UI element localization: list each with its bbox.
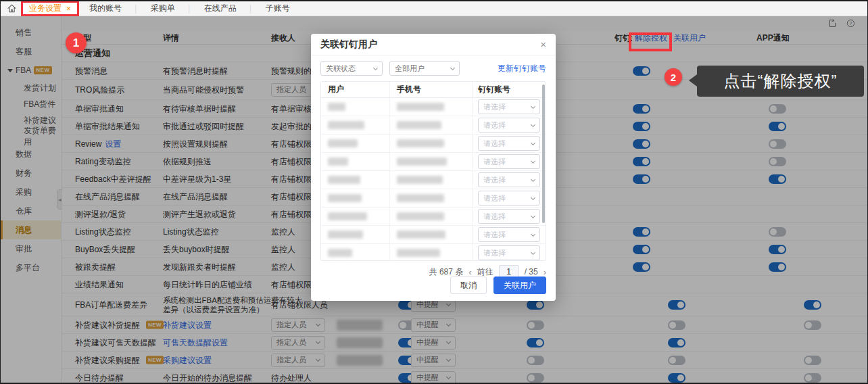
dingtalk-account-select[interactable]: 请选择 [478,154,540,169]
all-users-select[interactable]: 全部用户 [389,61,460,76]
redacted-phone [397,194,444,202]
dingtalk-account-cell: 请选择 [473,208,546,225]
dingtalk-account-select[interactable]: 请选择 [478,118,540,133]
redacted-user-name [328,121,364,129]
dingtalk-account-cell: 请选择 [473,189,546,207]
phone-cell [390,153,473,170]
app-surface: 业务设置 × 我的账号│采购单│在线产品│子账号 ? 销售客服FBANEW发货计… [1,1,867,383]
redacted-user-name [328,139,358,147]
redacted-phone [397,158,447,166]
modal-footer: 取消 关联用户 [450,277,546,294]
select-value: 请选择 [483,212,506,222]
dingtalk-account-select[interactable]: 请选择 [478,99,540,114]
modal-filters: 关联状态 全部用户 更新钉钉账号 [311,55,556,76]
user-cell [321,153,390,170]
phone-cell [390,98,473,116]
redacted-phone [397,139,444,147]
link-status-select[interactable]: 关联状态 [320,61,383,76]
nav-item-3[interactable]: 在线产品 [204,3,237,14]
home-icon[interactable] [7,4,16,13]
nav-separator: │ [249,5,254,13]
phone-cell [390,208,473,225]
select-value: 请选择 [483,139,506,149]
dingtalk-account-select[interactable]: 请选择 [478,227,540,242]
total-count: 共 687 条 [429,266,464,278]
redacted-user-name [328,176,360,184]
close-icon[interactable]: × [66,4,71,14]
col-dingtalk-account: 钉钉账号 [473,82,546,97]
dingtalk-user-modal: 关联钉钉用户 × 关联状态 全部用户 更新钉钉账号 用户 手机号 钉钉账号 请选… [311,34,556,301]
user-cell [321,116,390,134]
redacted-phone [397,176,443,184]
col-phone: 手机号 [390,82,473,97]
redacted-user-name [328,194,362,202]
user-cell [321,171,390,189]
modal-user-row: 请选择 [321,244,546,261]
chevron-down-icon [450,65,455,70]
prev-page-icon[interactable]: ‹ [468,267,471,277]
tab-business-settings[interactable]: 业务设置 × [23,2,77,15]
modal-user-row: 请选择 [321,153,546,171]
modal-table-header: 用户 手机号 钉钉账号 [321,82,546,98]
user-cell [321,189,390,207]
redacted-user-name [328,231,363,239]
chevron-down-icon [531,213,535,218]
dingtalk-account-select[interactable]: 请选择 [478,191,540,206]
dingtalk-account-cell: 请选择 [473,135,546,152]
dingtalk-account-cell: 请选择 [473,153,546,170]
confirm-bind-user-button[interactable]: 关联用户 [493,277,546,294]
goto-label: 前往 [477,266,493,278]
dingtalk-account-cell: 请选择 [473,226,546,243]
nav-item-2[interactable]: 采购单 [151,3,175,14]
annotation-step-2-badge: 2 [665,68,682,86]
user-cell [321,135,390,152]
dingtalk-account-cell: 请选择 [473,244,546,261]
modal-user-row: 请选择 [321,208,546,226]
dingtalk-account-select[interactable]: 请选择 [478,136,540,151]
phone-cell [390,135,473,152]
select-value: 请选择 [483,175,506,185]
modal-title: 关联钉钉用户 [320,39,377,51]
phone-cell [390,189,473,207]
col-user: 用户 [321,82,390,97]
chevron-down-icon [531,195,535,199]
cancel-button[interactable]: 取消 [450,277,487,294]
dingtalk-account-select[interactable]: 请选择 [478,172,540,187]
modal-user-row: 请选择 [321,98,546,116]
phone-cell [390,171,473,189]
redacted-user-name [328,158,348,166]
user-cell [321,226,390,243]
modal-header: 关联钉钉用户 × [311,34,556,55]
annotation-red-frame-unbind [629,32,672,51]
redacted-phone [397,249,440,257]
chevron-down-icon [531,158,535,163]
modal-table-rows: 请选择请选择请选择请选择请选择请选择请选择请选择请选择 [321,98,546,261]
redacted-user-name [328,212,367,220]
chevron-down-icon [373,65,378,70]
refresh-dingtalk-link[interactable]: 更新钉钉账号 [498,63,546,74]
modal-user-row: 请选择 [321,226,546,244]
modal-user-row: 请选择 [321,116,546,135]
user-cell [321,208,390,225]
phone-cell [390,226,473,243]
top-nav-items: 我的账号│采购单│在线产品│子账号 [77,3,290,14]
dingtalk-account-cell: 请选择 [473,98,546,116]
redacted-phone [397,121,441,129]
app-window: 业务设置 × 我的账号│采购单│在线产品│子账号 ? 销售客服FBANEW发货计… [0,0,868,384]
modal-user-table: 用户 手机号 钉钉账号 请选择请选择请选择请选择请选择请选择请选择请选择请选择 [320,81,546,261]
top-nav: 业务设置 × 我的账号│采购单│在线产品│子账号 [1,1,867,16]
next-page-icon[interactable]: › [544,267,546,277]
nav-item-4[interactable]: 子账号 [266,3,290,14]
nav-item-1[interactable]: 我的账号 [89,3,122,14]
redacted-phone [397,103,444,111]
scrollbar[interactable] [542,85,545,223]
dingtalk-account-select[interactable]: 请选择 [478,245,540,260]
modal-user-row: 请选择 [321,189,546,208]
redacted-user-name [328,249,352,257]
dingtalk-account-select[interactable]: 请选择 [478,209,540,224]
chevron-down-icon [531,122,535,126]
annotation-step-1-badge: 1 [66,32,87,53]
phone-cell [390,116,473,134]
select-value: 请选择 [483,157,506,167]
close-icon[interactable]: × [540,39,546,50]
